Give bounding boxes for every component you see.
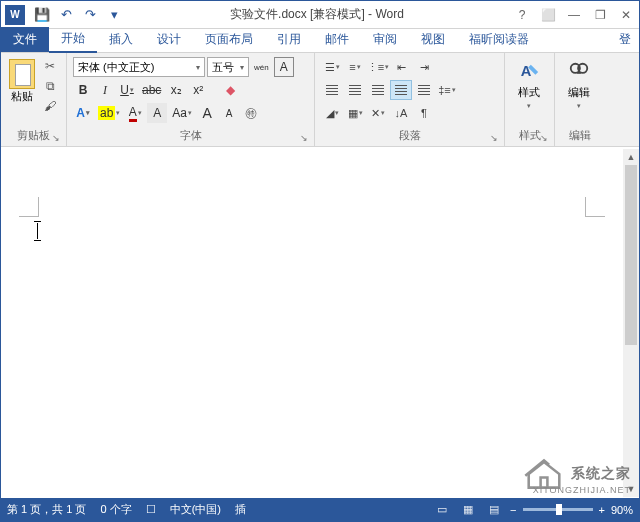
italic-button[interactable]: I: [95, 80, 115, 100]
group-styles-label: 样式 ↘: [509, 127, 550, 144]
clear-formatting-button[interactable]: ◆: [220, 80, 240, 100]
show-marks-button[interactable]: ¶: [413, 103, 435, 123]
sort-button[interactable]: ↓A: [390, 103, 412, 123]
tab-foxit[interactable]: 福昕阅读器: [457, 27, 541, 52]
char-border-button[interactable]: A: [274, 57, 294, 77]
insert-mode[interactable]: 插: [235, 502, 246, 517]
word-count[interactable]: 0 个字: [100, 502, 131, 517]
paste-button[interactable]: 粘贴: [5, 55, 38, 127]
paragraph-launcher[interactable]: ↘: [490, 133, 498, 143]
group-clipboard-label: 剪贴板 ↘: [5, 127, 62, 144]
align-left-button[interactable]: [321, 80, 343, 100]
group-edit: 编辑 ▾ 编辑: [555, 53, 605, 146]
tab-design[interactable]: 设计: [145, 27, 193, 52]
vertical-scrollbar[interactable]: ▲ ▼: [623, 149, 639, 497]
tab-references[interactable]: 引用: [265, 27, 313, 52]
tab-view[interactable]: 视图: [409, 27, 457, 52]
clipboard-launcher[interactable]: ↘: [52, 133, 60, 143]
scroll-up-button[interactable]: ▲: [623, 149, 639, 165]
edit-label: 编辑: [568, 85, 590, 100]
font-name-combo[interactable]: 宋体 (中文正文)▾: [73, 57, 205, 77]
tab-insert[interactable]: 插入: [97, 27, 145, 52]
styles-launcher[interactable]: ↘: [540, 133, 548, 143]
ribbon-options-button[interactable]: ⬜: [535, 2, 561, 28]
align-justify-button[interactable]: [390, 80, 412, 100]
proofing-icon[interactable]: ☐: [146, 503, 156, 516]
bullets-button[interactable]: ☰: [321, 57, 343, 77]
change-case-button[interactable]: Aa: [169, 103, 195, 123]
increase-indent-button[interactable]: ⇥: [413, 57, 435, 77]
find-icon: [568, 61, 590, 83]
numbering-button[interactable]: ≡: [344, 57, 366, 77]
shrink-font-button[interactable]: A: [219, 103, 239, 123]
enclosed-char-button[interactable]: ㊕: [241, 103, 261, 123]
tab-review[interactable]: 审阅: [361, 27, 409, 52]
styles-icon: A: [518, 61, 540, 83]
shading-button[interactable]: ◢: [321, 103, 343, 123]
asian-layout-button[interactable]: ✕: [367, 103, 389, 123]
quick-access-toolbar: 💾 ↶ ↷ ▾: [31, 4, 125, 26]
highlight-button[interactable]: ab: [95, 103, 123, 123]
group-font: 宋体 (中文正文)▾ 五号▾ wén A B I U abc x₂ x² ◆ A: [67, 53, 315, 146]
line-spacing-button[interactable]: ‡≡: [436, 80, 458, 100]
save-button[interactable]: 💾: [31, 4, 53, 26]
font-color-button[interactable]: A: [125, 103, 145, 123]
print-layout-button[interactable]: ▦: [458, 502, 478, 518]
borders-button[interactable]: ▦: [344, 103, 366, 123]
align-center-button[interactable]: [344, 80, 366, 100]
watermark-subtext: XITONGZHIJIA.NET: [533, 485, 631, 495]
window-controls: ? ⬜ — ❐ ✕: [509, 2, 639, 28]
document-area[interactable]: [1, 149, 623, 497]
undo-button[interactable]: ↶: [55, 4, 77, 26]
grow-font-button[interactable]: A: [197, 103, 217, 123]
qat-customize-button[interactable]: ▾: [103, 4, 125, 26]
edit-button[interactable]: 编辑 ▾: [559, 55, 599, 127]
tab-layout[interactable]: 页面布局: [193, 27, 265, 52]
clipboard-icon: [9, 59, 35, 89]
language-indicator[interactable]: 中文(中国): [170, 502, 221, 517]
group-font-label: 字体 ↘: [71, 127, 310, 144]
read-mode-button[interactable]: ▭: [432, 502, 452, 518]
font-launcher[interactable]: ↘: [300, 133, 308, 143]
close-button[interactable]: ✕: [613, 2, 639, 28]
scroll-thumb[interactable]: [625, 165, 637, 345]
styles-button[interactable]: A 样式 ▾: [509, 55, 549, 127]
decrease-indent-button[interactable]: ⇤: [390, 57, 412, 77]
underline-button[interactable]: U: [117, 80, 137, 100]
subscript-button[interactable]: x₂: [166, 80, 186, 100]
distributed-button[interactable]: [413, 80, 435, 100]
minimize-button[interactable]: —: [561, 2, 587, 28]
paste-label: 粘贴: [11, 89, 33, 104]
align-right-button[interactable]: [367, 80, 389, 100]
strikethrough-button[interactable]: abc: [139, 80, 164, 100]
window-title: 实验文件.docx [兼容模式] - Word: [125, 6, 509, 23]
font-size-combo[interactable]: 五号▾: [207, 57, 249, 77]
tab-home[interactable]: 开始: [49, 26, 97, 53]
group-edit-label: 编辑: [559, 127, 601, 144]
char-shading-button[interactable]: A: [147, 103, 167, 123]
zoom-out-button[interactable]: −: [510, 504, 516, 516]
web-layout-button[interactable]: ▤: [484, 502, 504, 518]
zoom-level[interactable]: 90%: [611, 504, 633, 516]
page-corner-top-right: [585, 197, 605, 217]
format-painter-button[interactable]: 🖌: [40, 97, 60, 115]
group-paragraph: ☰ ≡ ⋮≡ ⇤ ⇥ ‡≡ ◢ ▦ ✕ ↓A ¶: [315, 53, 505, 146]
zoom-in-button[interactable]: +: [599, 504, 605, 516]
copy-button[interactable]: ⧉: [40, 77, 60, 95]
help-button[interactable]: ?: [509, 2, 535, 28]
tab-mailings[interactable]: 邮件: [313, 27, 361, 52]
restore-button[interactable]: ❐: [587, 2, 613, 28]
zoom-slider[interactable]: [523, 508, 593, 511]
redo-button[interactable]: ↷: [79, 4, 101, 26]
login-button[interactable]: 登: [611, 27, 639, 52]
multilevel-list-button[interactable]: ⋮≡: [367, 57, 389, 77]
ribbon: 粘贴 ✂ ⧉ 🖌 剪贴板 ↘ 宋体 (中文正文)▾ 五号▾ wén: [1, 53, 639, 147]
text-effects-button[interactable]: A: [73, 103, 93, 123]
tab-file[interactable]: 文件: [1, 27, 49, 52]
cut-button[interactable]: ✂: [40, 57, 60, 75]
superscript-button[interactable]: x²: [188, 80, 208, 100]
group-paragraph-label: 段落 ↘: [319, 127, 500, 144]
phonetic-guide-button[interactable]: wén: [251, 57, 272, 77]
bold-button[interactable]: B: [73, 80, 93, 100]
page-indicator[interactable]: 第 1 页，共 1 页: [7, 502, 86, 517]
